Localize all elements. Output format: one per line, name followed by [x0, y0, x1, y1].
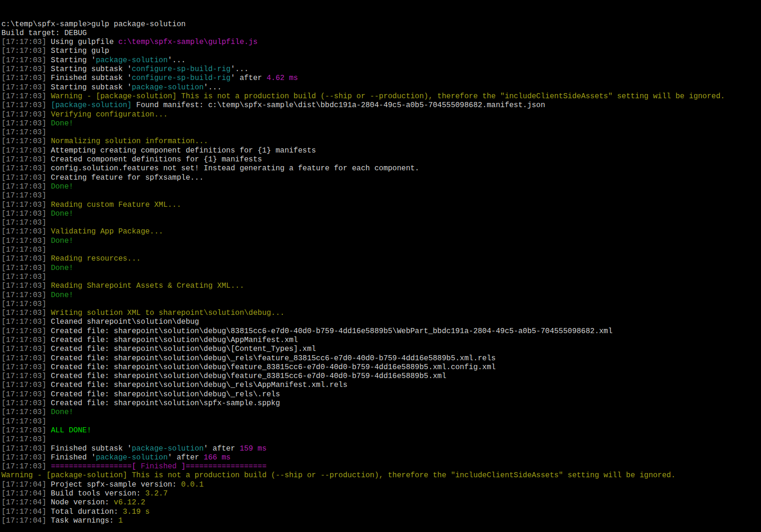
log-segment-default: '...: [168, 56, 185, 65]
log-segment-warning: 0.0.1: [181, 481, 204, 489]
terminal-line: [17:17:03]: [1, 246, 761, 255]
log-segment-default: config.solution.features not set! Instea…: [46, 164, 419, 173]
log-segment-default: [46, 426, 51, 435]
log-segment-magenta: c:\temp\spfx-sample\gulpfile.js: [118, 38, 258, 46]
log-segment-default: c:\temp\spfx-sample>gulp package-solutio…: [1, 20, 186, 29]
log-segment-default: [46, 92, 51, 101]
log-segment-timestamp: [17:17:03]: [1, 92, 46, 101]
log-segment-timestamp: [17:17:03]: [1, 210, 46, 218]
log-segment-timestamp: [17:17:03]: [1, 219, 46, 227]
log-segment-default: [46, 309, 51, 317]
log-segment-task: package-solution: [96, 56, 168, 65]
log-segment-task: package-solution: [132, 445, 204, 453]
log-segment-default: Total duration:: [46, 508, 123, 516]
terminal-line: [17:17:03] ==================[ Finished …: [1, 462, 761, 471]
log-segment-default: Created file: sharepoint\solution\debug\…: [46, 363, 496, 372]
log-segment-default: [46, 137, 51, 146]
log-segment-timestamp: [17:17:03]: [1, 445, 46, 453]
log-segment-timestamp: [17:17:03]: [1, 119, 46, 128]
terminal-line: [17:17:03] Verifying configuration...: [1, 110, 761, 119]
log-segment-default: Task warnings:: [46, 517, 118, 525]
terminal-line: [17:17:03] Created file: sharepoint\solu…: [1, 363, 761, 372]
log-segment-success_bright: ALL DONE!: [51, 426, 91, 435]
log-segment-warning: Writing solution XML to sharepoint\solut…: [51, 309, 285, 317]
log-segment-default: Creating feature for spfxsample...: [46, 174, 204, 182]
log-segment-default: Node version:: [46, 498, 114, 507]
log-segment-default: ' after: [168, 453, 204, 462]
log-segment-timestamp: [17:17:03]: [1, 47, 46, 55]
terminal-line: [17:17:03]: [1, 417, 761, 426]
terminal-line: [17:17:03] Done!: [1, 264, 761, 273]
terminal-line: [17:17:03] Done!: [1, 119, 761, 128]
log-segment-timestamp: [17:17:03]: [1, 399, 46, 408]
log-segment-timestamp: [17:17:03]: [1, 227, 46, 236]
log-segment-success: Done!: [51, 210, 73, 218]
terminal-window[interactable]: c:\temp\spfx-sample>gulp package-solutio…: [0, 0, 761, 532]
log-segment-timestamp: [17:17:03]: [1, 300, 46, 308]
log-segment-timestamp: [17:17:03]: [1, 38, 46, 46]
terminal-line: [17:17:04] Total duration: 3.19 s: [1, 508, 761, 517]
log-segment-timestamp: [17:17:03]: [1, 128, 46, 137]
log-segment-timestamp: [17:17:03]: [1, 65, 46, 73]
terminal-line: [17:17:03] Starting 'package-solution'..…: [1, 56, 761, 65]
terminal-line: [17:17:03] Finished subtask 'package-sol…: [1, 445, 761, 453]
log-segment-default: [46, 462, 51, 471]
log-segment-timestamp: [17:17:03]: [1, 336, 46, 344]
log-segment-timestamp: [17:17:03]: [1, 146, 46, 155]
log-segment-warning: 1: [118, 517, 123, 525]
log-segment-timestamp: [17:17:03]: [1, 137, 46, 146]
terminal-line: [17:17:03] Starting subtask 'package-sol…: [1, 83, 761, 92]
log-segment-default: [46, 227, 51, 236]
log-segment-timestamp: [17:17:03]: [1, 408, 46, 416]
terminal-line: [17:17:03] Validating App Package...: [1, 227, 761, 236]
terminal-line: [17:17:04] Project spfx-sample version: …: [1, 481, 761, 489]
terminal-output: c:\temp\spfx-sample>gulp package-solutio…: [1, 20, 761, 526]
log-segment-timestamp: [17:17:03]: [1, 164, 46, 173]
log-segment-default: Starting ': [46, 56, 96, 65]
terminal-line: [17:17:03] Cleaned sharepoint\solution\d…: [1, 318, 761, 327]
log-segment-timestamp: [17:17:03]: [1, 453, 46, 462]
log-segment-warning: Reading resources...: [51, 255, 141, 263]
log-segment-default: Created file: sharepoint\solution\debug\…: [46, 354, 496, 363]
log-segment-timestamp: [17:17:04]: [1, 489, 46, 498]
terminal-line: [17:17:03] Created component definitions…: [1, 155, 761, 164]
log-segment-default: ' after: [204, 445, 240, 453]
log-segment-warning: Warning - [package-solution] This is not…: [51, 92, 725, 101]
log-segment-timestamp: [17:17:03]: [1, 426, 46, 435]
log-segment-timestamp: [17:17:03]: [1, 327, 46, 335]
log-segment-default: Created file: sharepoint\solution\debug\…: [46, 336, 298, 344]
terminal-line: [17:17:03] Done!: [1, 182, 761, 191]
log-segment-default: [46, 291, 51, 299]
log-segment-timestamp: [17:17:03]: [1, 74, 46, 82]
log-segment-timestamp: [17:17:04]: [1, 481, 46, 489]
log-segment-success: Done!: [51, 237, 73, 245]
terminal-line: [17:17:03] Created file: sharepoint\solu…: [1, 327, 761, 336]
log-segment-timestamp: [17:17:03]: [1, 83, 46, 92]
log-segment-timestamp: [17:17:03]: [1, 237, 46, 245]
log-segment-default: Build tools version:: [46, 489, 145, 498]
log-segment-default: Created file: sharepoint\solution\debug\…: [46, 327, 613, 335]
log-segment-default: Starting subtask ': [46, 83, 132, 92]
terminal-line: [17:17:03] Attempting creating component…: [1, 146, 761, 155]
log-segment-timestamp: [17:17:03]: [1, 390, 46, 399]
terminal-line: [17:17:03] config.solution.features not …: [1, 164, 761, 173]
terminal-line: [17:17:03] Reading resources...: [1, 255, 761, 263]
log-segment-default: [46, 264, 51, 272]
terminal-line: [17:17:03] Done!: [1, 291, 761, 300]
log-segment-default: Created file: sharepoint\solution\debug\…: [46, 381, 347, 389]
log-segment-default: [46, 408, 51, 416]
log-segment-default: Build target: DEBUG: [1, 29, 87, 37]
log-segment-default: ' after: [231, 74, 267, 82]
log-segment-default: [46, 182, 51, 191]
terminal-line: [17:17:03] Created file: sharepoint\solu…: [1, 399, 761, 408]
terminal-line: [17:17:03] Done!: [1, 237, 761, 246]
terminal-line: [17:17:03] Writing solution XML to share…: [1, 309, 761, 318]
terminal-line: [17:17:03]: [1, 273, 761, 282]
log-segment-timestamp: [17:17:03]: [1, 345, 46, 353]
log-segment-timestamp: [17:17:03]: [1, 101, 46, 109]
log-segment-timestamp: [17:17:03]: [1, 255, 46, 263]
log-segment-default: Starting gulp: [46, 47, 109, 55]
log-segment-task: package-solution: [132, 83, 204, 92]
log-segment-success: Done!: [51, 264, 73, 272]
log-segment-success: Done!: [51, 408, 73, 416]
